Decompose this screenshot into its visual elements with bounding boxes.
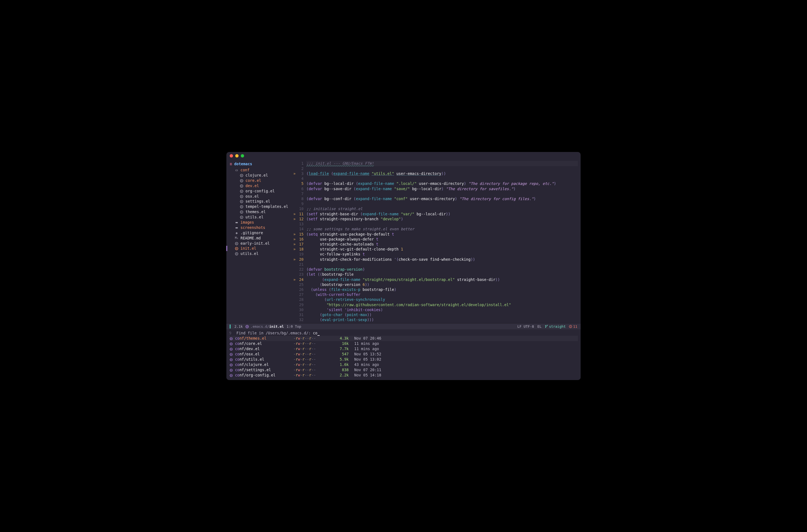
code-line[interactable]: straight-cache-autoloads t bbox=[306, 242, 578, 247]
file-date: Nov 07 20:46 bbox=[354, 336, 381, 341]
code-line[interactable]: use-package-always-defer t bbox=[306, 237, 578, 242]
tree-item-utils-el[interactable]: utils.el bbox=[230, 251, 291, 256]
candidate-row[interactable]: conf/dev.el-rw-r--r--7.7k11 mins ago bbox=[229, 346, 578, 352]
svg-point-13 bbox=[241, 207, 242, 207]
code-line[interactable]: straight-check-for-modifications '(check… bbox=[306, 257, 578, 262]
tree-item-dev-el[interactable]: dev.el bbox=[230, 183, 291, 189]
tree-item-osx-el[interactable]: osx.el bbox=[230, 194, 291, 199]
svg-point-44 bbox=[231, 375, 232, 376]
code-line[interactable]: vc-follow-symlinks t bbox=[306, 252, 578, 256]
git-icon: ◈ bbox=[235, 230, 238, 235]
tree-item-themes-el[interactable]: themes.el bbox=[230, 209, 291, 214]
candidate-row[interactable]: conf/osx.el-rw-r--r--547Nov 05 13:52 bbox=[229, 352, 578, 357]
code-line[interactable]: (defvar bg--save-dir (expand-file-name "… bbox=[306, 186, 578, 191]
code-line[interactable]: (defvar bg--local-dir (expand-file-name … bbox=[306, 181, 578, 186]
code-line[interactable]: straight-vc-git-default-clone-depth 1 bbox=[306, 247, 578, 252]
code-line[interactable] bbox=[306, 201, 578, 206]
minimize-button[interactable] bbox=[235, 154, 238, 157]
code-line[interactable] bbox=[306, 176, 578, 181]
lisp-file-icon bbox=[235, 241, 238, 246]
match-text: co bbox=[235, 346, 239, 351]
code-line[interactable]: (url-retrieve-synchronously bbox=[306, 297, 578, 302]
titlebar[interactable] bbox=[226, 152, 581, 160]
code-line[interactable] bbox=[306, 166, 578, 171]
tree-item-init-el[interactable]: init.el bbox=[230, 246, 291, 251]
tree-item-readme-md[interactable]: M↓README.md bbox=[230, 235, 291, 241]
file-permissions: -rw-r--r-- bbox=[293, 336, 329, 341]
tree-item-early-init-el[interactable]: early-init.el bbox=[230, 241, 291, 246]
svg-rect-28 bbox=[570, 327, 571, 327]
tree-item--gitignore[interactable]: ◈.gitignore bbox=[230, 230, 291, 235]
code-line[interactable]: (setq straight-use-package-by-default t bbox=[306, 232, 578, 237]
git-branch[interactable]: straight bbox=[545, 324, 566, 328]
lisp-file-icon bbox=[230, 336, 233, 340]
tree-item-settings-el[interactable]: settings.el bbox=[230, 199, 291, 204]
candidate-row[interactable]: conf/utils.el-rw-r--r--5.9kNov 05 13:02 bbox=[229, 357, 578, 362]
svg-point-21 bbox=[236, 248, 237, 249]
code-line[interactable]: ;; some settings to make straight.el eve… bbox=[306, 226, 578, 231]
file-date: Nov 05 13:02 bbox=[354, 357, 381, 362]
match-text: co bbox=[235, 352, 239, 356]
tree-item-label: screenshots bbox=[241, 225, 265, 230]
code-line[interactable]: (unless (file-exists-p bootstrap-file) bbox=[306, 287, 578, 292]
code-line[interactable]: (expand-file-name "straight/repos/straig… bbox=[306, 277, 578, 282]
minibuffer[interactable]: 9 Find file in /Users/bg/.emacs.d/: co_ … bbox=[226, 329, 581, 380]
tree-item-images[interactable]: ▬images bbox=[230, 220, 291, 225]
tree-item-core-el[interactable]: core.el bbox=[230, 178, 291, 183]
tree-item-org-config-el[interactable]: org-config.el bbox=[230, 189, 291, 194]
candidate-row[interactable]: conf/core.el-rw-r--r--16k11 mins ago bbox=[229, 341, 578, 346]
tree-item-screenshots[interactable]: ▬screenshots bbox=[230, 225, 291, 230]
candidate-row[interactable]: conf/org-config.el-rw-r--r--2.2kNov 05 1… bbox=[229, 373, 578, 378]
code-line[interactable] bbox=[306, 191, 578, 196]
svg-point-36 bbox=[231, 354, 232, 355]
maximize-button[interactable] bbox=[241, 154, 244, 157]
code-line[interactable]: "https://raw.githubusercontent.com/radia… bbox=[306, 302, 578, 307]
code-line[interactable]: (setf straight-repository-branch "develo… bbox=[306, 216, 578, 222]
svg-rect-27 bbox=[570, 326, 571, 327]
code-line[interactable]: (eval-print-last-sexp))) bbox=[306, 317, 578, 322]
candidate-row[interactable]: conf/themes.el-rw-r--r--4.3kNov 07 20:46 bbox=[229, 336, 578, 341]
hamburger-icon: ≡ bbox=[230, 162, 232, 167]
tree-item-conf[interactable]: ▭conf bbox=[230, 168, 291, 173]
candidate-row[interactable]: conf/clojure.el-rw-r--r--1.6k43 mins ago bbox=[229, 362, 578, 367]
candidate-list[interactable]: conf/themes.el-rw-r--r--4.3kNov 07 20:46… bbox=[229, 336, 578, 378]
encoding: LF UTF-8 bbox=[517, 324, 534, 328]
file-size: 5.9k bbox=[335, 357, 349, 362]
code-line[interactable]: 'silent 'inhibit-cookies) bbox=[306, 307, 578, 312]
tree-item-clojure-el[interactable]: clojure.el bbox=[230, 173, 291, 178]
candidate-name: nf/dev.el bbox=[239, 346, 260, 351]
tree-item-utils-el[interactable]: utils.el bbox=[230, 214, 291, 220]
error-icon bbox=[569, 325, 572, 328]
folder-icon: ▬ bbox=[235, 225, 238, 230]
tree-item-tempel-templates-el[interactable]: tempel-templates.el bbox=[230, 204, 291, 209]
code-line[interactable]: (defvar bootstrap-version) bbox=[306, 267, 578, 272]
code-line[interactable]: (load-file (expand-file-name "utils.el" … bbox=[306, 171, 578, 176]
lisp-file-icon bbox=[230, 346, 233, 351]
code-line[interactable]: (bootstrap-version 6)) bbox=[306, 282, 578, 287]
file-size: 16k bbox=[335, 341, 349, 346]
project-sidebar[interactable]: ≡ dotemacs ▭confclojure.elcore.eldev.elo… bbox=[226, 160, 291, 323]
code-line[interactable] bbox=[306, 262, 578, 267]
minibuffer-input[interactable]: co bbox=[313, 331, 318, 335]
candidate-row[interactable]: conf/settings.el-rw-r--r--838Nov 07 20:1… bbox=[229, 367, 578, 373]
lisp-file-icon bbox=[230, 367, 233, 372]
code-line[interactable]: (with-current-buffer bbox=[306, 292, 578, 297]
code-line[interactable]: (defvar bg--conf-dir (expand-file-name "… bbox=[306, 196, 578, 201]
code-area[interactable]: ;;; init.el --- GNU/Emacs FTW! (load-fil… bbox=[305, 160, 581, 323]
close-button[interactable] bbox=[230, 154, 233, 157]
tree-item-label: conf bbox=[241, 168, 250, 173]
code-line[interactable]: ;; initialise straight.el bbox=[306, 206, 578, 211]
editor-pane[interactable]: ·1·2»3·4·5·6·7·8·9·10»11»12·13·14»15»16»… bbox=[291, 160, 581, 323]
code-line[interactable] bbox=[306, 222, 578, 226]
code-line[interactable]: (let ((bootstrap-file bbox=[306, 272, 578, 277]
svg-point-32 bbox=[231, 343, 232, 344]
error-count[interactable]: 11 bbox=[569, 324, 577, 328]
project-root[interactable]: ≡ dotemacs bbox=[230, 161, 291, 168]
candidate-name: nf/org-config.el bbox=[239, 373, 275, 377]
code-line[interactable]: (setf straight-base-dir (expand-file-nam… bbox=[306, 211, 578, 216]
tree-item-label: themes.el bbox=[246, 209, 266, 214]
svg-point-40 bbox=[231, 364, 232, 365]
code-line[interactable]: (goto-char (point-max)) bbox=[306, 312, 578, 317]
code-line[interactable]: ;;; init.el --- GNU/Emacs FTW! bbox=[306, 161, 578, 166]
file-date: 11 mins ago bbox=[354, 341, 379, 346]
